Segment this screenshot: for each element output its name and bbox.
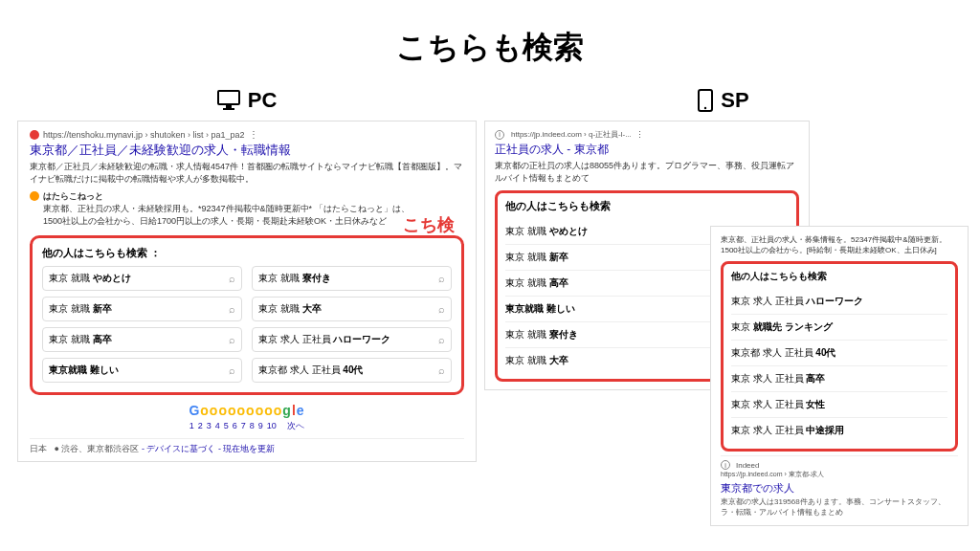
suggestion-chip[interactable]: 東京 求人 正社員 ハローワーク⌕ bbox=[252, 327, 452, 352]
pager-num[interactable]: 6 bbox=[233, 421, 237, 430]
favicon-icon bbox=[30, 191, 39, 201]
sp-link-title[interactable]: 正社員の求人 - 東京都 bbox=[495, 142, 799, 158]
footer-location: ● 渋谷、東京都渋谷区 bbox=[55, 444, 140, 453]
sp-bottom-result: i Indeed https://jp.indeed.com › 東京都-求人 … bbox=[721, 455, 958, 518]
serp-url: https://tenshoku.mynavi.jp › shutoken › … bbox=[43, 130, 245, 140]
annotation-pc: こち検 bbox=[403, 213, 455, 236]
sp-bottom-url: https://jp.indeed.com › 東京都-求人 bbox=[721, 471, 824, 477]
pager-num[interactable]: 3 bbox=[207, 421, 212, 430]
pc-label: PC bbox=[217, 88, 278, 113]
pc-column: PC https://tenshoku.mynavi.jp › shutoken… bbox=[17, 88, 477, 465]
suggestion-item[interactable]: 東京 求人 正社員 中途採用 bbox=[731, 418, 947, 443]
kebab-icon[interactable]: ⋮ bbox=[635, 130, 644, 140]
search-icon: ⌕ bbox=[438, 273, 445, 284]
sp-label: SP bbox=[698, 88, 748, 113]
google-logo-pagination: Gooooooooogle bbox=[30, 403, 464, 418]
suggestion-item[interactable]: 東京 求人 正社員 高卒 bbox=[731, 366, 947, 392]
kebab-icon[interactable]: ⋮ bbox=[249, 129, 258, 140]
suggestion-item[interactable]: 東京 求人 正社員 ハローワーク bbox=[731, 289, 947, 315]
columns-row: PC https://tenshoku.mynavi.jp › shutoken… bbox=[0, 88, 980, 465]
serp-sub-line1: 東京都、正社員の求人・未経験採用も。*92347件掲載中&随時更新中* 「はたら… bbox=[43, 203, 410, 215]
serp-sub-line2: 1500社以上の会社から、日給1700円以上の求人・長期・長期赴未経験OK・土日… bbox=[43, 215, 410, 228]
svg-point-4 bbox=[704, 107, 706, 109]
pager-num[interactable]: 10 bbox=[267, 421, 277, 430]
sp-url: https://jp.indeed.com › q-正社員-l-... bbox=[511, 129, 632, 140]
pager-num[interactable]: 1 bbox=[189, 421, 194, 430]
suggestion-chip[interactable]: 東京 就職 やめとけ⌕ bbox=[42, 266, 242, 291]
suggestion-chip[interactable]: 東京就職 難しい⌕ bbox=[42, 358, 242, 383]
suggestion-item[interactable]: 東京都 求人 正社員 40代 bbox=[731, 341, 947, 366]
box-heading: 他の人はこちらも検索 ： bbox=[42, 246, 452, 260]
footer-link-device[interactable]: - デバイスに基づく bbox=[142, 444, 216, 453]
pager-num[interactable]: 9 bbox=[258, 421, 263, 430]
suggestion-chip[interactable]: 東京 就職 新卒⌕ bbox=[42, 297, 242, 321]
related-search-box-pc: 他の人はこちらも検索 ： 東京 就職 やめとけ⌕東京 就職 寮付き⌕東京 就職 … bbox=[30, 235, 464, 395]
pc-label-text: PC bbox=[248, 88, 278, 113]
svg-rect-2 bbox=[223, 108, 234, 110]
footer-country: 日本 bbox=[30, 444, 47, 453]
serp-desc: 東京都／正社員／未経験歓迎の転職・求人情報4547件！首都圏の転職サイトならマイ… bbox=[30, 161, 464, 185]
serp-result-1: https://tenshoku.mynavi.jp › shutoken › … bbox=[30, 129, 464, 185]
search-icon: ⌕ bbox=[438, 334, 445, 345]
footer-link-update[interactable]: - 現在地を更新 bbox=[218, 444, 276, 453]
pager-num[interactable]: 8 bbox=[250, 421, 255, 430]
serp-result-2: はたらこねっと 東京都、正社員の求人・未経験採用も。*92347件掲載中&随時更… bbox=[30, 190, 464, 228]
svg-rect-1 bbox=[226, 105, 232, 108]
pager: 12345678910 次へ bbox=[30, 420, 464, 432]
pager-num[interactable]: 7 bbox=[241, 421, 246, 430]
sp-column: SP こち検1 こち検2 i https://jp.indeed.com › q… bbox=[484, 88, 963, 465]
serp-footer: 日本 ● 渋谷、東京都渋谷区 - デバイスに基づく - 現在地を更新 bbox=[30, 438, 464, 455]
search-icon: ⌕ bbox=[438, 364, 445, 376]
pager-num[interactable]: 4 bbox=[215, 421, 220, 430]
sp-wrap: こち検1 こち検2 i https://jp.indeed.com › q-正社… bbox=[484, 121, 963, 465]
svg-rect-0 bbox=[218, 91, 239, 104]
sp-desc: 東京都の正社員の求人は88055件あります。プログラマー、事務、役員運転アルバイ… bbox=[495, 160, 799, 185]
info-icon: i bbox=[721, 460, 730, 470]
suggestion-item[interactable]: 東京 求人 正社員 女性 bbox=[731, 392, 947, 418]
sp-serp-2: 東京都、正社員の求人・募集情報を。52347件掲載中&随時更新。1500社以上の… bbox=[710, 226, 969, 526]
suggestion-chip[interactable]: 東京 就職 高卒⌕ bbox=[42, 327, 242, 352]
search-icon: ⌕ bbox=[229, 364, 235, 376]
info-icon: i bbox=[495, 130, 504, 140]
search-icon: ⌕ bbox=[229, 303, 235, 315]
monitor-icon bbox=[217, 90, 240, 111]
pager-num[interactable]: 2 bbox=[198, 421, 203, 430]
serp-link-title[interactable]: 東京都／正社員／未経験歓迎の求人・転職情報 bbox=[30, 142, 464, 159]
suggestion-chip[interactable]: 東京 就職 寮付き⌕ bbox=[252, 266, 452, 291]
suggestion-list: 東京 求人 正社員 ハローワーク東京 就職先 ランキング東京都 求人 正社員 4… bbox=[731, 289, 947, 443]
related-search-box-sp2: 他の人はこちらも検索 東京 求人 正社員 ハローワーク東京 就職先 ランキング東… bbox=[721, 261, 958, 452]
suggestion-grid: 東京 就職 やめとけ⌕東京 就職 寮付き⌕東京 就職 新卒⌕東京 就職 大卒⌕東… bbox=[42, 266, 452, 383]
sp-label-text: SP bbox=[721, 88, 748, 113]
suggestion-chip[interactable]: 東京都 求人 正社員 40代⌕ bbox=[252, 358, 452, 383]
search-icon: ⌕ bbox=[438, 303, 445, 315]
pager-num[interactable]: 5 bbox=[224, 421, 229, 430]
suggestion-chip[interactable]: 東京 就職 大卒⌕ bbox=[252, 297, 452, 321]
search-icon: ⌕ bbox=[229, 273, 235, 284]
sp-bottom-title[interactable]: 東京都での求人 bbox=[721, 481, 958, 496]
favicon-icon bbox=[30, 130, 39, 140]
search-icon: ⌕ bbox=[229, 334, 235, 345]
sp-bottom-site: Indeed bbox=[736, 461, 759, 470]
serp-sub-site: はたらこねっと bbox=[43, 190, 410, 203]
sp-bottom-desc: 東京都の求人は319568件あります。事務、コンサートスタッフ、ラ・転職・アルバ… bbox=[721, 497, 946, 517]
box-heading: 他の人はこちらも検索 bbox=[505, 199, 789, 213]
pc-serp: https://tenshoku.mynavi.jp › shutoken › … bbox=[17, 121, 477, 462]
sp-top-desc: 東京都、正社員の求人・募集情報を。52347件掲載中&随時更新。1500社以上の… bbox=[721, 234, 958, 255]
page-title: こちらも検索 bbox=[0, 27, 980, 69]
pager-next[interactable]: 次へ bbox=[287, 421, 304, 430]
box-heading: 他の人はこちらも検索 bbox=[731, 270, 947, 283]
phone-icon bbox=[698, 89, 713, 112]
suggestion-item[interactable]: 東京 就職先 ランキング bbox=[731, 315, 947, 341]
